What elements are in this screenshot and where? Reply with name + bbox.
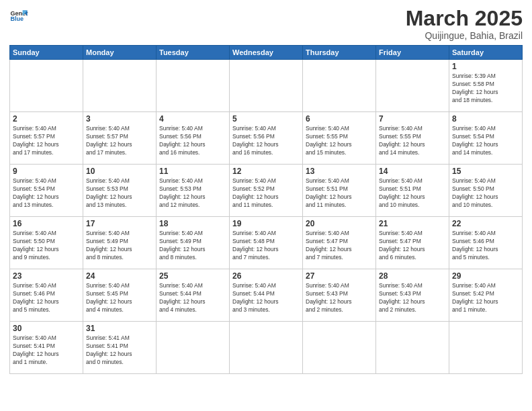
day-info: Sunrise: 5:40 AM Sunset: 5:47 PM Dayligh… — [306, 230, 373, 262]
day-info: Sunrise: 5:40 AM Sunset: 5:57 PM Dayligh… — [86, 125, 153, 157]
table-row: 28Sunrise: 5:40 AM Sunset: 5:43 PM Dayli… — [376, 269, 449, 322]
day-number: 5 — [232, 114, 300, 124]
table-row: 6Sunrise: 5:40 AM Sunset: 5:55 PM Daylig… — [303, 112, 376, 165]
day-number: 30 — [13, 324, 80, 333]
table-row: 25Sunrise: 5:40 AM Sunset: 5:44 PM Dayli… — [157, 269, 230, 322]
day-info: Sunrise: 5:40 AM Sunset: 5:50 PM Dayligh… — [452, 177, 519, 210]
day-info: Sunrise: 5:40 AM Sunset: 5:53 PM Dayligh… — [86, 177, 153, 210]
table-row — [230, 60, 303, 112]
header-saturday: Saturday — [449, 46, 523, 60]
header-friday: Friday — [376, 46, 449, 60]
day-info: Sunrise: 5:39 AM Sunset: 5:58 PM Dayligh… — [452, 73, 519, 105]
subtitle: Quijingue, Bahia, Brazil — [406, 30, 523, 41]
table-row: 26Sunrise: 5:40 AM Sunset: 5:44 PM Dayli… — [230, 269, 303, 322]
day-number: 27 — [306, 271, 373, 281]
table-row — [10, 60, 83, 112]
page: General Blue March 2025 Quijingue, Bahia… — [0, 0, 532, 411]
table-row: 14Sunrise: 5:40 AM Sunset: 5:51 PM Dayli… — [376, 165, 449, 217]
header-sunday: Sunday — [10, 46, 83, 60]
day-number: 29 — [452, 271, 519, 281]
day-info: Sunrise: 5:40 AM Sunset: 5:49 PM Dayligh… — [86, 230, 153, 262]
header-tuesday: Tuesday — [157, 46, 230, 60]
day-number: 20 — [306, 219, 373, 228]
day-number: 1 — [452, 62, 519, 71]
day-info: Sunrise: 5:40 AM Sunset: 5:51 PM Dayligh… — [379, 177, 446, 210]
day-info: Sunrise: 5:40 AM Sunset: 5:49 PM Dayligh… — [159, 230, 226, 262]
table-row: 29Sunrise: 5:40 AM Sunset: 5:42 PM Dayli… — [449, 269, 523, 322]
table-row: 17Sunrise: 5:40 AM Sunset: 5:49 PM Dayli… — [83, 217, 157, 269]
day-number: 31 — [86, 324, 153, 333]
day-number: 24 — [86, 271, 153, 281]
table-row: 10Sunrise: 5:40 AM Sunset: 5:53 PM Dayli… — [83, 165, 157, 217]
month-title: March 2025 — [406, 7, 523, 30]
table-row — [157, 322, 230, 374]
day-info: Sunrise: 5:40 AM Sunset: 5:46 PM Dayligh… — [13, 282, 80, 314]
day-number: 12 — [232, 167, 300, 176]
day-number: 19 — [232, 219, 300, 228]
table-row — [303, 60, 376, 112]
table-row: 12Sunrise: 5:40 AM Sunset: 5:52 PM Dayli… — [230, 165, 303, 217]
day-info: Sunrise: 5:40 AM Sunset: 5:53 PM Dayligh… — [159, 177, 226, 210]
day-number: 13 — [306, 167, 373, 176]
day-number: 22 — [452, 219, 519, 228]
weekday-header-row: Sunday Monday Tuesday Wednesday Thursday… — [10, 46, 523, 60]
day-info: Sunrise: 5:40 AM Sunset: 5:55 PM Dayligh… — [379, 125, 446, 157]
day-info: Sunrise: 5:40 AM Sunset: 5:54 PM Dayligh… — [13, 177, 80, 210]
table-row: 13Sunrise: 5:40 AM Sunset: 5:51 PM Dayli… — [303, 165, 376, 217]
table-row: 3Sunrise: 5:40 AM Sunset: 5:57 PM Daylig… — [83, 112, 157, 165]
table-row: 24Sunrise: 5:40 AM Sunset: 5:45 PM Dayli… — [83, 269, 157, 322]
day-info: Sunrise: 5:40 AM Sunset: 5:56 PM Dayligh… — [232, 125, 300, 157]
table-row: 8Sunrise: 5:40 AM Sunset: 5:54 PM Daylig… — [449, 112, 523, 165]
day-number: 17 — [86, 219, 153, 228]
day-number: 11 — [159, 167, 226, 176]
day-info: Sunrise: 5:40 AM Sunset: 5:42 PM Dayligh… — [452, 282, 519, 314]
logo: General Blue — [9, 7, 28, 26]
table-row — [157, 60, 230, 112]
table-row: 18Sunrise: 5:40 AM Sunset: 5:49 PM Dayli… — [157, 217, 230, 269]
day-number: 14 — [379, 167, 446, 176]
day-info: Sunrise: 5:40 AM Sunset: 5:44 PM Dayligh… — [159, 282, 226, 314]
day-number: 10 — [86, 167, 153, 176]
table-row — [230, 322, 303, 374]
table-row: 5Sunrise: 5:40 AM Sunset: 5:56 PM Daylig… — [230, 112, 303, 165]
day-number: 15 — [452, 167, 519, 176]
day-info: Sunrise: 5:40 AM Sunset: 5:52 PM Dayligh… — [232, 177, 300, 210]
calendar: Sunday Monday Tuesday Wednesday Thursday… — [9, 45, 523, 374]
day-info: Sunrise: 5:40 AM Sunset: 5:54 PM Dayligh… — [452, 125, 519, 157]
day-info: Sunrise: 5:40 AM Sunset: 5:50 PM Dayligh… — [13, 230, 80, 262]
day-number: 18 — [159, 219, 226, 228]
header-thursday: Thursday — [303, 46, 376, 60]
day-number: 26 — [232, 271, 300, 281]
day-number: 2 — [13, 114, 80, 124]
table-row: 9Sunrise: 5:40 AM Sunset: 5:54 PM Daylig… — [10, 165, 83, 217]
day-info: Sunrise: 5:40 AM Sunset: 5:57 PM Dayligh… — [13, 125, 80, 157]
table-row — [376, 60, 449, 112]
day-number: 7 — [379, 114, 446, 124]
day-number: 8 — [452, 114, 519, 124]
table-row — [303, 322, 376, 374]
header: General Blue March 2025 Quijingue, Bahia… — [9, 7, 523, 41]
table-row: 16Sunrise: 5:40 AM Sunset: 5:50 PM Dayli… — [10, 217, 83, 269]
table-row: 1Sunrise: 5:39 AM Sunset: 5:58 PM Daylig… — [449, 60, 523, 112]
day-number: 9 — [13, 167, 80, 176]
table-row — [449, 322, 523, 374]
day-number: 21 — [379, 219, 446, 228]
day-number: 28 — [379, 271, 446, 281]
table-row: 31Sunrise: 5:41 AM Sunset: 5:41 PM Dayli… — [83, 322, 157, 374]
day-info: Sunrise: 5:40 AM Sunset: 5:48 PM Dayligh… — [232, 230, 300, 262]
table-row: 11Sunrise: 5:40 AM Sunset: 5:53 PM Dayli… — [157, 165, 230, 217]
header-wednesday: Wednesday — [230, 46, 303, 60]
day-number: 16 — [13, 219, 80, 228]
header-monday: Monday — [83, 46, 157, 60]
day-info: Sunrise: 5:40 AM Sunset: 5:47 PM Dayligh… — [379, 230, 446, 262]
table-row: 2Sunrise: 5:40 AM Sunset: 5:57 PM Daylig… — [10, 112, 83, 165]
table-row — [83, 60, 157, 112]
title-block: March 2025 Quijingue, Bahia, Brazil — [406, 7, 523, 41]
table-row: 21Sunrise: 5:40 AM Sunset: 5:47 PM Dayli… — [376, 217, 449, 269]
day-info: Sunrise: 5:40 AM Sunset: 5:43 PM Dayligh… — [306, 282, 373, 314]
table-row: 22Sunrise: 5:40 AM Sunset: 5:46 PM Dayli… — [449, 217, 523, 269]
table-row: 27Sunrise: 5:40 AM Sunset: 5:43 PM Dayli… — [303, 269, 376, 322]
day-info: Sunrise: 5:40 AM Sunset: 5:45 PM Dayligh… — [86, 282, 153, 314]
table-row: 30Sunrise: 5:40 AM Sunset: 5:41 PM Dayli… — [10, 322, 83, 374]
day-info: Sunrise: 5:40 AM Sunset: 5:44 PM Dayligh… — [232, 282, 300, 314]
